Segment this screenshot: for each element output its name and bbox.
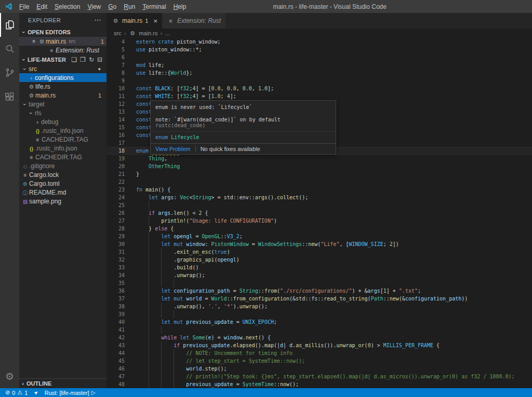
- code-line-28[interactable]: 28 } else {: [107, 225, 532, 232]
- tree-item-main-rs[interactable]: ⚙main.rs1: [19, 91, 107, 100]
- line-number: 24: [107, 194, 125, 201]
- code-line-26[interactable]: 26 if args.len() < 2 {: [107, 209, 532, 217]
- line-number: 30: [107, 240, 125, 248]
- rust-task-selector[interactable]: Rust: [life-master] ▷: [42, 388, 99, 397]
- project-section-header[interactable]: › LIFE-MASTER ❏❐↻⊟: [19, 54, 107, 64]
- code-line-41[interactable]: 41: [107, 326, 532, 334]
- code-line-22[interactable]: 22: [107, 178, 532, 186]
- problems-indicator[interactable]: ⊘ 0 ⚠ 1: [2, 388, 31, 397]
- tree-item-label: .rustc_info.json: [42, 127, 84, 134]
- source-control-icon[interactable]: [0, 61, 19, 85]
- rls-status[interactable]: ➤: [31, 388, 41, 397]
- code-line-24[interactable]: 24 let args: Vec<String> = std::env::arg…: [107, 194, 532, 201]
- tab-extension-rust[interactable]: ≡Extension: Rust: [162, 13, 225, 29]
- menu-item-help[interactable]: Help: [170, 2, 190, 11]
- code-line-9[interactable]: 9: [107, 77, 532, 85]
- code-line-38[interactable]: 38 .unwrap(), '.', '*').unwrap();: [107, 303, 532, 310]
- code-line-23[interactable]: 23fn main() {: [107, 186, 532, 194]
- code-line-35[interactable]: 35: [107, 279, 532, 287]
- code-line-20[interactable]: 20 OtherThing: [107, 162, 532, 170]
- menu-item-view[interactable]: View: [84, 2, 104, 11]
- menu-item-go[interactable]: Go: [104, 2, 120, 11]
- code-editor[interactable]: 4extern crate piston_window;5use piston_…: [107, 37, 532, 388]
- code-line-29[interactable]: 29 let opengl = OpenGL::V3_2;: [107, 232, 532, 240]
- code-line-7[interactable]: 7mod life;: [107, 61, 532, 69]
- files-icon[interactable]: [0, 13, 19, 37]
- code-line-45[interactable]: 45 // let step_start = SystemTime::now()…: [107, 357, 532, 365]
- extensions-icon[interactable]: [0, 85, 19, 108]
- code-line-30[interactable]: 30 let mut window: PistonWindow = Window…: [107, 240, 532, 248]
- code-line-43[interactable]: 43 if previous_update.elapsed().map(|d| …: [107, 341, 532, 349]
- tree-item-cargo-lock[interactable]: ≡Cargo.lock: [19, 170, 107, 179]
- code-line-5[interactable]: 5use piston_window::*;: [107, 46, 532, 53]
- tree-item-label: .gitignore: [29, 162, 55, 170]
- search-icon[interactable]: [0, 37, 19, 61]
- tree-item-readme-md[interactable]: ⓘREADME.md: [19, 188, 107, 197]
- tree-item-target[interactable]: ›target: [19, 100, 107, 108]
- open-editors-header[interactable]: › OPEN EDITORS: [19, 27, 107, 37]
- tree-item-gitignore[interactable]: ◇.gitignore: [19, 161, 107, 170]
- code-line-21[interactable]: 21}: [107, 170, 532, 178]
- code-line-11[interactable]: 11const WHITE: [f32;4] = [1.0; 4];: [107, 92, 532, 100]
- code-line-48[interactable]: 48 previous_update = SystemTime::now();: [107, 380, 532, 388]
- menu-item-file[interactable]: File: [16, 2, 33, 11]
- tree-item-configurations[interactable]: ›configurations: [19, 73, 107, 82]
- code-line-8[interactable]: 8use life::{World};: [107, 69, 532, 77]
- code-line-42[interactable]: 42 while let Some(e) = window.next() {: [107, 334, 532, 341]
- line-number: 35: [107, 279, 125, 287]
- code-line-6[interactable]: 6: [107, 53, 532, 61]
- line-number: 16: [107, 131, 125, 139]
- outline-section-header[interactable]: › OUTLINE: [19, 378, 107, 388]
- open-editor-main-rs[interactable]: ×⚙main.rssrc1: [19, 37, 107, 46]
- menu-item-run[interactable]: Run: [120, 2, 139, 11]
- breadcrumb-item-main-rs[interactable]: main.rs: [139, 30, 157, 36]
- code-line-25[interactable]: 25: [107, 201, 532, 209]
- collapse-all-icon[interactable]: ⊟: [97, 56, 102, 63]
- tree-item-cachedir-tag[interactable]: ≡CACHEDIR.TAG: [19, 153, 107, 161]
- new-folder-icon[interactable]: ❐: [80, 56, 86, 63]
- code-line-content: const WHITE: [f32;4] = [1.0; 4];: [136, 92, 236, 100]
- code-line-40[interactable]: 40 let mut previous_update = UNIX_EPOCH;: [107, 318, 532, 326]
- code-line-39[interactable]: 39: [107, 310, 532, 318]
- code-line-44[interactable]: 44 // NOTE: Uncomment for timing info: [107, 349, 532, 357]
- tree-item-rls[interactable]: ›rls: [19, 108, 107, 117]
- indent-guide: [161, 349, 162, 357]
- more-actions-icon[interactable]: ⋯: [95, 16, 101, 24]
- code-line-34[interactable]: 34 .unwrap();: [107, 271, 532, 279]
- code-line-36[interactable]: 36 let configuration_path = String::from…: [107, 287, 532, 295]
- code-line-46[interactable]: 46 world.step();: [107, 365, 532, 373]
- breadcrumb-item-[interactable]: …: [165, 30, 170, 36]
- tree-item-debug[interactable]: ›debug: [19, 117, 107, 126]
- tree-item-rustc-info-json[interactable]: {}.rustc_info.json: [19, 144, 107, 153]
- tree-item-sample-png[interactable]: ▨sample.png: [19, 197, 107, 206]
- close-icon[interactable]: ×: [30, 38, 38, 45]
- code-line-19[interactable]: 19 Thing,: [107, 155, 532, 162]
- status-bar: ⊘ 0 ⚠ 1 ➤ Rust: [life-master] ▷: [0, 388, 532, 397]
- menu-item-edit[interactable]: Edit: [33, 2, 51, 11]
- tree-item-src[interactable]: ›src●: [19, 64, 107, 73]
- indent-guide: [149, 295, 149, 303]
- code-line-32[interactable]: 32 .graphics_api(opengl): [107, 256, 532, 264]
- code-line-content: const: [136, 131, 152, 139]
- code-line-31[interactable]: 31 .exit_on_esc(true): [107, 248, 532, 256]
- tree-item-cachedir-tag[interactable]: ≡CACHEDIR.TAG: [19, 135, 107, 144]
- menu-item-selection[interactable]: Selection: [51, 2, 84, 11]
- breadcrumb-item-src[interactable]: src: [114, 30, 122, 36]
- tree-item-cargo-toml[interactable]: ⚙Cargo.toml: [19, 179, 107, 188]
- tree-item-rustc-info-json[interactable]: {}.rustc_info.json: [19, 126, 107, 135]
- code-line-37[interactable]: 37 let mut world = World::from_configura…: [107, 295, 532, 303]
- tab-main-rs[interactable]: ⚙main.rs1×: [107, 13, 162, 29]
- gear-icon[interactable]: ⚙: [0, 364, 19, 388]
- code-line-33[interactable]: 33 .build(): [107, 264, 532, 271]
- code-line-4[interactable]: 4extern crate piston_window;: [107, 38, 532, 46]
- code-line-10[interactable]: 10const BLACK: [f32;4] = [0.0, 0.0, 0.0,…: [107, 85, 532, 92]
- view-problem-link[interactable]: View Problem: [155, 146, 191, 152]
- code-line-27[interactable]: 27 println!("Usage: life CONFIGURATION"): [107, 217, 532, 225]
- code-line-47[interactable]: 47 // println!("Step took: {}ms", step_s…: [107, 373, 532, 380]
- tree-item-life-rs[interactable]: ⚙life.rs: [19, 82, 107, 91]
- refresh-icon[interactable]: ↻: [89, 56, 94, 63]
- close-icon[interactable]: ×: [153, 17, 157, 25]
- menu-item-terminal[interactable]: Terminal: [139, 2, 169, 11]
- new-file-icon[interactable]: ❏: [71, 56, 77, 63]
- open-editor-extension-rust[interactable]: ≡Extension: Rust: [19, 46, 107, 54]
